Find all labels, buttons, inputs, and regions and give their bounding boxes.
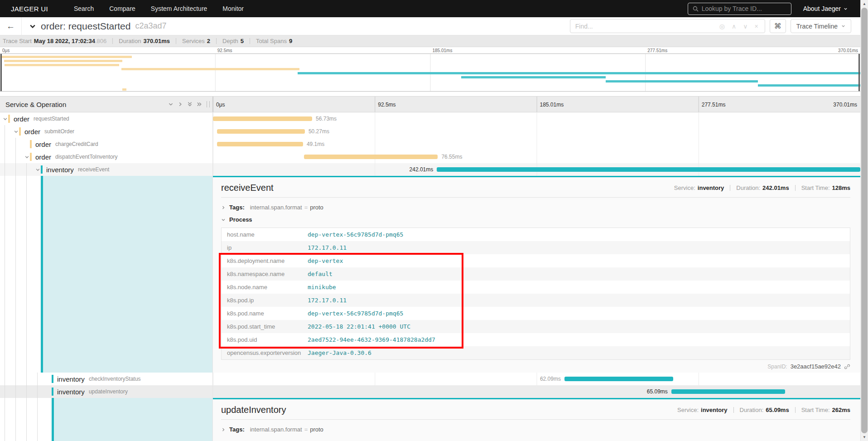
detail-highlight-fill [43,176,212,373]
trace-id-lookup-input[interactable] [702,5,786,12]
trace-id-short: c2a3ad7 [135,21,166,31]
nav-item-system-architecture[interactable]: System Architecture [143,5,215,12]
process-field-key: k8s.deployment.name [227,257,308,264]
vertical-scrollbar[interactable]: ▲ ▼ [860,0,868,441]
span-row-receiveEvent[interactable]: inventory receiveEvent 242.01ms [0,163,860,176]
clear-find-icon[interactable]: × [755,23,758,30]
services-value: 2 [207,38,210,44]
scrollbar-up-arrow[interactable]: ▲ [861,0,868,8]
service-color-bar [19,127,21,136]
app-logo[interactable]: JAEGER UI [11,5,48,13]
span-duration-bar[interactable] [213,116,312,121]
service-label: Service: [677,407,699,413]
collapse-trace-chevron-icon[interactable] [29,23,36,30]
span-duration-label: 56.73ms [316,112,337,125]
process-key-value-table: host.name dep-vertex-56c9785d7d-pmq65 ip… [221,228,850,360]
service-operation-header: Service & Operation [5,101,66,108]
nav-item-search[interactable]: Search [66,5,101,12]
trace-id-lookup[interactable] [688,3,791,15]
keyboard-shortcuts-button[interactable]: ⌘ [770,19,786,33]
span-duration-bar[interactable] [217,129,305,134]
match-focus-icon[interactable]: ◎ [719,23,725,30]
span-duration-bar[interactable] [304,155,438,159]
span-service: inventory [57,388,85,396]
span-row-requestStarted[interactable]: order requestStarted 56.73ms [0,112,860,125]
service-color-bar [52,388,53,396]
chevron-down-icon[interactable] [34,167,41,172]
span-row-checkInventoryStatus[interactable]: inventory checkInventoryStatus 62.09ms [0,373,860,385]
span-duration-bar[interactable] [671,389,785,394]
process-field-row: k8s.node.name minikube [222,281,850,294]
process-field-row: k8s.pod.name dep-vertex-56c9785d7d-pmq65 [222,307,850,320]
process-field-value: dep-vertex [308,257,343,264]
span-row-chargeCreditCard[interactable]: order chargeCreditCard 49.1ms [0,138,860,150]
tags-expander[interactable]: Tags: internal.span.format = proto [221,424,850,435]
span-detail-title: receiveEvent [221,183,274,193]
chevron-down-icon[interactable] [2,116,8,121]
find-input[interactable] [570,23,713,30]
span-operation: checkInventoryStatus [89,376,141,382]
viewport-left-handle[interactable] [0,54,2,91]
process-field-row: k8s.pod.uid 2aed7522-94ee-4632-9369-4187… [222,333,850,346]
process-field-key: k8s.pod.uid [227,336,308,343]
process-field-key: k8s.pod.name [227,310,308,317]
span-duration-bar[interactable] [217,142,303,146]
prev-match-icon[interactable]: ∧ [732,23,736,30]
duration-label: Duration: [736,184,760,191]
span-row-submitOrder[interactable]: order submitOrder 50.27ms [0,125,860,138]
service-color-bar [41,176,43,373]
process-field-key: opencensus.exporterversion [227,349,308,356]
scrollbar-thumb[interactable] [861,8,868,433]
chevron-down-icon[interactable] [24,155,30,160]
span-duration-label: 65.09ms [647,385,668,398]
span-id-label: SpanID: [767,363,787,370]
minimap-ruler: 0μs 92.5ms 185.01ms 277.51ms 370.01ms [0,47,860,53]
timeline-ruler: 0μs 92.5ms 185.01ms 277.51ms 370.01ms [213,97,860,112]
collapse-all-chevron-down-icon[interactable] [168,102,174,107]
tags-expander[interactable]: Tags: internal.span.format = proto [221,202,850,213]
collapse-all-double-chevron-icon[interactable] [197,102,202,107]
service-color-bar [8,115,10,123]
expand-all-double-chevron-icon[interactable] [187,102,193,107]
span-row-updateInventory[interactable]: inventory updateInventory 65.09ms [0,385,860,398]
minimap-rows [0,55,860,91]
search-icon [693,6,699,12]
span-rows: order requestStarted 56.73ms order submi… [0,112,860,441]
trace-view-selector[interactable]: Trace Timeline [791,19,851,33]
service-color-bar [41,165,43,174]
span-service: order [35,141,51,148]
viewport-right-handle[interactable] [858,54,860,91]
trace-start-value: May 18 2022, 17:02:34 [34,38,95,44]
collapse-one-chevron-right-icon[interactable] [178,102,183,107]
next-match-icon[interactable]: ∨ [743,23,747,30]
chevron-down-icon[interactable] [13,129,19,134]
services-label: Services [182,38,205,44]
process-field-row: k8s.pod.start_time 2022-05-18 22:01:41 +… [222,320,850,333]
detail-indent-column [0,398,213,441]
back-button[interactable]: ← [0,17,22,35]
span-row-dispatchEventToInventory[interactable]: order dispatchEventToInventory 76.55ms [0,150,860,163]
process-field-value: 172.17.0.11 [308,297,347,304]
process-expander[interactable]: Process [221,214,850,225]
span-duration-bar[interactable] [437,167,860,172]
link-icon[interactable] [844,363,850,370]
nav-item-compare[interactable]: Compare [101,5,143,12]
nav-item-monitor[interactable]: Monitor [215,5,251,12]
column-resizer-handle[interactable] [207,101,210,107]
process-field-value: default [308,271,333,277]
depth-value: 5 [241,38,244,44]
process-field-key: k8s.namespace.name [227,271,308,277]
process-field-value: dep-vertex-56c9785d7d-pmq65 [308,231,403,238]
start-time-value: 262ms [832,407,850,413]
scrollbar-down-arrow[interactable]: ▼ [861,433,868,441]
chevron-down-icon [841,24,845,28]
chevron-right-icon [221,427,226,432]
process-field-value: 2022-05-18 22:01:41 +0000 UTC [308,323,410,330]
span-duration-label: 242.01ms [410,163,434,176]
chevron-down-icon [844,7,848,11]
span-duration-bar[interactable] [564,377,673,381]
about-jaeger-menu[interactable]: About Jaeger [803,5,848,12]
trace-summary-bar: Trace Start May 18 2022, 17:02:34.806 Du… [0,35,860,47]
trace-minimap[interactable] [0,53,860,92]
start-time-label: Start Time: [801,184,830,191]
